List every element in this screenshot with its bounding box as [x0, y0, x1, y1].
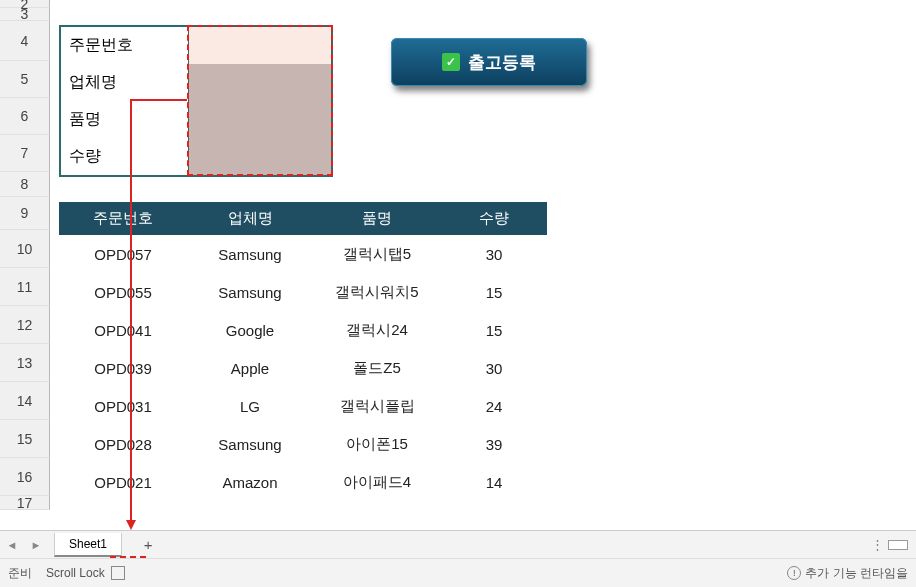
table-cell[interactable]: OPD028: [59, 425, 187, 463]
row-header[interactable]: 16: [0, 458, 50, 496]
table-cell[interactable]: 아이패드4: [313, 463, 441, 501]
table-cell[interactable]: 24: [441, 387, 547, 425]
table-cell[interactable]: 갤럭시플립: [313, 387, 441, 425]
row-header[interactable]: 3: [0, 8, 50, 21]
row-header[interactable]: 9: [0, 197, 50, 230]
form-block: 주문번호 업체명 품명 수량: [59, 25, 333, 177]
table-cell[interactable]: Samsung: [187, 235, 313, 273]
row-headers: 234567891011121314151617: [0, 0, 50, 510]
status-ready: 준비: [8, 565, 32, 582]
th-product[interactable]: 품명: [313, 202, 441, 235]
status-scroll-lock: Scroll Lock: [46, 566, 105, 580]
row-header[interactable]: 14: [0, 382, 50, 420]
table-cell[interactable]: 갤럭시워치5: [313, 273, 441, 311]
table-cell[interactable]: 갤럭시24: [313, 311, 441, 349]
status-runtime: 추가 기능 런타임을: [805, 565, 908, 582]
table-cell[interactable]: 15: [441, 273, 547, 311]
row-header[interactable]: 11: [0, 268, 50, 306]
register-button[interactable]: ✓ 출고등록: [391, 38, 587, 86]
table-cell[interactable]: 14: [441, 463, 547, 501]
th-qty[interactable]: 수량: [441, 202, 547, 235]
sheet-nav-next[interactable]: ►: [24, 533, 48, 557]
table-cell[interactable]: Google: [187, 311, 313, 349]
form-cell-company[interactable]: [189, 64, 331, 101]
sheet-tab-1[interactable]: Sheet1: [54, 533, 122, 557]
table-cell[interactable]: 30: [441, 349, 547, 387]
table-cell[interactable]: OPD055: [59, 273, 187, 311]
table-header-row: 주문번호 업체명 품명 수량: [59, 202, 547, 235]
grid-body[interactable]: 주문번호 업체명 품명 수량 ✓ 출고등록 주문번호 업: [50, 0, 916, 530]
table-cell[interactable]: 15: [441, 311, 547, 349]
row-header[interactable]: 13: [0, 344, 50, 382]
table-cell[interactable]: OPD031: [59, 387, 187, 425]
table-cell[interactable]: 39: [441, 425, 547, 463]
form-cell-qty[interactable]: [189, 138, 331, 175]
table-cell[interactable]: Samsung: [187, 273, 313, 311]
form-label-order: 주문번호: [61, 27, 189, 64]
sheet-nav-prev[interactable]: ◄: [0, 533, 24, 557]
check-icon: ✓: [442, 53, 460, 71]
row-header[interactable]: 15: [0, 420, 50, 458]
table-cell[interactable]: Amazon: [187, 463, 313, 501]
status-bar: 준비 Scroll Lock ! 추가 기능 런타임을: [0, 558, 916, 587]
table-row[interactable]: OPD028Samsung아이폰1539: [59, 425, 547, 463]
sheet-tab-bar: ◄ ► Sheet1 + ⋮: [0, 530, 916, 558]
row-header[interactable]: 12: [0, 306, 50, 344]
form-label-company: 업체명: [61, 64, 189, 101]
row-header[interactable]: 10: [0, 230, 50, 268]
table-row[interactable]: OPD055Samsung갤럭시워치515: [59, 273, 547, 311]
horizontal-scrollbar[interactable]: [888, 540, 908, 550]
form-cell-product[interactable]: [189, 101, 331, 138]
spreadsheet-grid: 234567891011121314151617 주문번호 업체명 품명 수량 …: [0, 0, 916, 530]
table-cell[interactable]: 폴드Z5: [313, 349, 441, 387]
table-row[interactable]: OPD041Google갤럭시2415: [59, 311, 547, 349]
table-cell[interactable]: LG: [187, 387, 313, 425]
row-header[interactable]: 8: [0, 172, 50, 197]
runtime-icon: !: [787, 566, 801, 580]
row-header[interactable]: 4: [0, 21, 50, 61]
register-button-label: 출고등록: [468, 51, 536, 74]
add-sheet-button[interactable]: +: [134, 536, 162, 553]
row-header[interactable]: 6: [0, 98, 50, 135]
table-cell[interactable]: OPD057: [59, 235, 187, 273]
table-cell[interactable]: 아이폰15: [313, 425, 441, 463]
th-order[interactable]: 주문번호: [59, 202, 187, 235]
svg-marker-0: [126, 520, 136, 530]
form-label-product: 품명: [61, 101, 189, 138]
table-cell[interactable]: OPD041: [59, 311, 187, 349]
tab-options-icon[interactable]: ⋮: [871, 537, 888, 552]
table-row[interactable]: OPD031LG갤럭시플립24: [59, 387, 547, 425]
table-cell[interactable]: 갤럭시탭5: [313, 235, 441, 273]
row-header[interactable]: 7: [0, 135, 50, 172]
form-label-qty: 수량: [61, 138, 189, 175]
table-row[interactable]: OPD039Apple폴드Z530: [59, 349, 547, 387]
row-header[interactable]: 5: [0, 61, 50, 98]
data-table: 주문번호 업체명 품명 수량 OPD057Samsung갤럭시탭530OPD05…: [59, 202, 547, 501]
table-cell[interactable]: OPD039: [59, 349, 187, 387]
accessibility-icon[interactable]: [111, 566, 125, 580]
table-row[interactable]: OPD021Amazon아이패드414: [59, 463, 547, 501]
table-cell[interactable]: 30: [441, 235, 547, 273]
row-header[interactable]: 17: [0, 496, 50, 510]
table-row[interactable]: OPD057Samsung갤럭시탭530: [59, 235, 547, 273]
table-cell[interactable]: OPD021: [59, 463, 187, 501]
table-cell[interactable]: Samsung: [187, 425, 313, 463]
th-company[interactable]: 업체명: [187, 202, 313, 235]
form-cell-order[interactable]: [189, 27, 331, 64]
table-cell[interactable]: Apple: [187, 349, 313, 387]
